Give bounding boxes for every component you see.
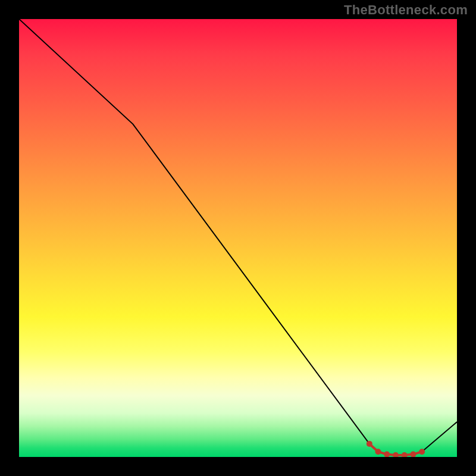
plot-area [19, 19, 457, 457]
curve-svg [19, 19, 457, 457]
watermark-text: TheBottleneck.com [344, 2, 468, 18]
optimal-marker [410, 452, 416, 457]
bottleneck-curve [19, 19, 457, 455]
chart-frame: TheBottleneck.com [0, 0, 476, 476]
optimal-marker [419, 449, 425, 455]
optimal-marker [393, 452, 399, 457]
optimal-markers [367, 441, 425, 457]
optimal-marker [384, 452, 390, 457]
optimal-marker [375, 449, 381, 455]
optimal-marker [367, 441, 372, 447]
optimal-marker [402, 452, 408, 457]
